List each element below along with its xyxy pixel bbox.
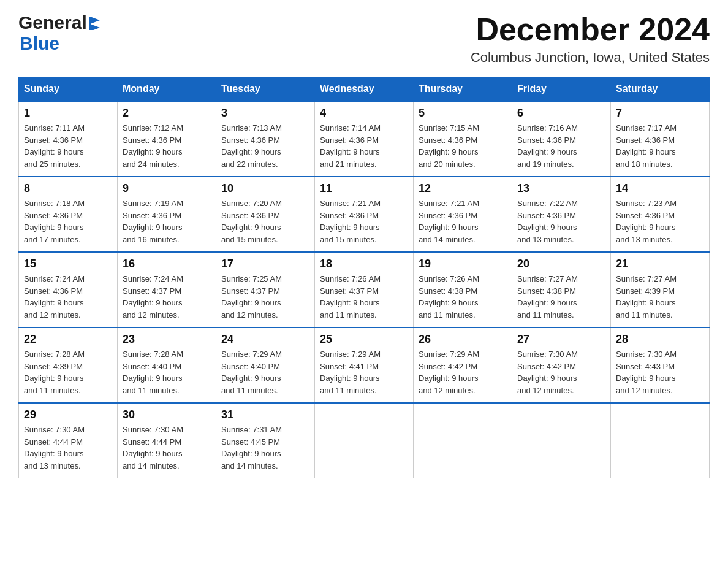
svg-rect-2 <box>89 17 91 30</box>
day-cell <box>512 403 611 478</box>
day-number: 22 <box>24 333 112 346</box>
weekday-header-monday: Monday <box>118 77 216 102</box>
weekday-header-wednesday: Wednesday <box>315 77 414 102</box>
day-info: Sunrise: 7:29 AMSunset: 4:42 PMDaylight:… <box>419 350 479 395</box>
day-info: Sunrise: 7:29 AMSunset: 4:40 PMDaylight:… <box>221 350 282 395</box>
day-cell: 17 Sunrise: 7:25 AMSunset: 4:37 PMDaylig… <box>216 252 315 327</box>
day-number: 25 <box>320 333 408 346</box>
day-info: Sunrise: 7:15 AMSunset: 4:36 PMDaylight:… <box>419 123 479 169</box>
day-cell: 18 Sunrise: 7:26 AMSunset: 4:37 PMDaylig… <box>315 252 414 327</box>
day-info: Sunrise: 7:24 AMSunset: 4:37 PMDaylight:… <box>123 274 183 320</box>
day-cell <box>611 403 710 478</box>
day-info: Sunrise: 7:28 AMSunset: 4:39 PMDaylight:… <box>24 350 85 395</box>
day-cell: 11 Sunrise: 7:21 AMSunset: 4:36 PMDaylig… <box>315 177 414 252</box>
day-cell: 21 Sunrise: 7:27 AMSunset: 4:39 PMDaylig… <box>611 252 710 327</box>
day-info: Sunrise: 7:18 AMSunset: 4:36 PMDaylight:… <box>24 199 85 244</box>
day-cell: 31 Sunrise: 7:31 AMSunset: 4:45 PMDaylig… <box>216 403 315 478</box>
day-number: 28 <box>616 333 704 346</box>
day-number: 2 <box>123 107 211 120</box>
day-cell: 8 Sunrise: 7:18 AMSunset: 4:36 PMDayligh… <box>19 177 118 252</box>
day-cell: 19 Sunrise: 7:26 AMSunset: 4:38 PMDaylig… <box>414 252 512 327</box>
day-cell: 25 Sunrise: 7:29 AMSunset: 4:41 PMDaylig… <box>315 327 414 403</box>
day-cell: 26 Sunrise: 7:29 AMSunset: 4:42 PMDaylig… <box>414 327 512 403</box>
day-cell: 16 Sunrise: 7:24 AMSunset: 4:37 PMDaylig… <box>118 252 216 327</box>
day-number: 26 <box>419 333 507 346</box>
day-info: Sunrise: 7:11 AMSunset: 4:36 PMDaylight:… <box>24 123 85 169</box>
day-number: 19 <box>419 258 507 270</box>
weekday-header-thursday: Thursday <box>414 77 512 102</box>
svg-marker-1 <box>90 24 100 30</box>
day-info: Sunrise: 7:27 AMSunset: 4:39 PMDaylight:… <box>616 274 677 320</box>
weekday-header-saturday: Saturday <box>611 77 710 102</box>
logo-general-text: General <box>18 12 87 33</box>
day-cell: 9 Sunrise: 7:19 AMSunset: 4:36 PMDayligh… <box>118 177 216 252</box>
week-row-4: 22 Sunrise: 7:28 AMSunset: 4:39 PMDaylig… <box>19 327 710 403</box>
day-info: Sunrise: 7:26 AMSunset: 4:38 PMDaylight:… <box>419 274 479 320</box>
weekday-header-sunday: Sunday <box>19 77 118 102</box>
day-info: Sunrise: 7:25 AMSunset: 4:37 PMDaylight:… <box>221 274 282 320</box>
logo-flag-icon <box>89 17 100 30</box>
day-cell: 10 Sunrise: 7:20 AMSunset: 4:36 PMDaylig… <box>216 177 315 252</box>
day-info: Sunrise: 7:29 AMSunset: 4:41 PMDaylight:… <box>320 350 381 395</box>
day-number: 21 <box>616 258 704 270</box>
day-number: 5 <box>419 107 507 120</box>
day-cell: 15 Sunrise: 7:24 AMSunset: 4:36 PMDaylig… <box>19 252 118 327</box>
weekday-header-row: SundayMondayTuesdayWednesdayThursdayFrid… <box>19 77 710 102</box>
weekday-header-friday: Friday <box>512 77 611 102</box>
day-cell: 30 Sunrise: 7:30 AMSunset: 4:44 PMDaylig… <box>118 403 216 478</box>
day-number: 18 <box>320 258 408 270</box>
day-number: 6 <box>517 107 605 120</box>
day-cell: 13 Sunrise: 7:22 AMSunset: 4:36 PMDaylig… <box>512 177 611 252</box>
day-cell: 14 Sunrise: 7:23 AMSunset: 4:36 PMDaylig… <box>611 177 710 252</box>
day-cell <box>315 403 414 478</box>
day-info: Sunrise: 7:26 AMSunset: 4:37 PMDaylight:… <box>320 274 381 320</box>
day-number: 14 <box>616 182 704 195</box>
logo: General Blue <box>18 12 100 54</box>
calendar-table: SundayMondayTuesdayWednesdayThursdayFrid… <box>18 77 710 478</box>
day-cell: 22 Sunrise: 7:28 AMSunset: 4:39 PMDaylig… <box>19 327 118 403</box>
day-info: Sunrise: 7:31 AMSunset: 4:45 PMDaylight:… <box>221 425 282 470</box>
day-number: 13 <box>517 182 605 195</box>
day-info: Sunrise: 7:12 AMSunset: 4:36 PMDaylight:… <box>123 123 183 169</box>
day-info: Sunrise: 7:30 AMSunset: 4:44 PMDaylight:… <box>123 425 183 470</box>
day-info: Sunrise: 7:17 AMSunset: 4:36 PMDaylight:… <box>616 123 677 169</box>
day-cell <box>414 403 512 478</box>
day-number: 4 <box>320 107 408 120</box>
day-info: Sunrise: 7:20 AMSunset: 4:36 PMDaylight:… <box>221 199 282 244</box>
day-info: Sunrise: 7:22 AMSunset: 4:36 PMDaylight:… <box>517 199 578 244</box>
day-number: 11 <box>320 182 408 195</box>
day-number: 1 <box>24 107 112 120</box>
day-cell: 23 Sunrise: 7:28 AMSunset: 4:40 PMDaylig… <box>118 327 216 403</box>
day-number: 20 <box>517 258 605 270</box>
day-info: Sunrise: 7:21 AMSunset: 4:36 PMDaylight:… <box>320 199 381 244</box>
day-cell: 2 Sunrise: 7:12 AMSunset: 4:36 PMDayligh… <box>118 101 216 177</box>
day-info: Sunrise: 7:24 AMSunset: 4:36 PMDaylight:… <box>24 274 85 320</box>
day-info: Sunrise: 7:19 AMSunset: 4:36 PMDaylight:… <box>123 199 183 244</box>
day-info: Sunrise: 7:13 AMSunset: 4:36 PMDaylight:… <box>221 123 282 169</box>
day-number: 12 <box>419 182 507 195</box>
day-number: 17 <box>221 258 309 270</box>
day-info: Sunrise: 7:30 AMSunset: 4:43 PMDaylight:… <box>616 350 677 395</box>
week-row-3: 15 Sunrise: 7:24 AMSunset: 4:36 PMDaylig… <box>19 252 710 327</box>
day-cell: 12 Sunrise: 7:21 AMSunset: 4:36 PMDaylig… <box>414 177 512 252</box>
day-number: 24 <box>221 333 309 346</box>
day-number: 16 <box>123 258 211 270</box>
weekday-header-tuesday: Tuesday <box>216 77 315 102</box>
day-number: 27 <box>517 333 605 346</box>
day-cell: 7 Sunrise: 7:17 AMSunset: 4:36 PMDayligh… <box>611 101 710 177</box>
week-row-2: 8 Sunrise: 7:18 AMSunset: 4:36 PMDayligh… <box>19 177 710 252</box>
day-info: Sunrise: 7:27 AMSunset: 4:38 PMDaylight:… <box>517 274 578 320</box>
day-number: 23 <box>123 333 211 346</box>
day-number: 8 <box>24 182 112 195</box>
day-number: 9 <box>123 182 211 195</box>
day-info: Sunrise: 7:14 AMSunset: 4:36 PMDaylight:… <box>320 123 381 169</box>
day-cell: 3 Sunrise: 7:13 AMSunset: 4:36 PMDayligh… <box>216 101 315 177</box>
day-number: 7 <box>616 107 704 120</box>
day-cell: 4 Sunrise: 7:14 AMSunset: 4:36 PMDayligh… <box>315 101 414 177</box>
day-cell: 29 Sunrise: 7:30 AMSunset: 4:44 PMDaylig… <box>19 403 118 478</box>
week-row-5: 29 Sunrise: 7:30 AMSunset: 4:44 PMDaylig… <box>19 403 710 478</box>
week-row-1: 1 Sunrise: 7:11 AMSunset: 4:36 PMDayligh… <box>19 101 710 177</box>
day-number: 3 <box>221 107 309 120</box>
day-cell: 28 Sunrise: 7:30 AMSunset: 4:43 PMDaylig… <box>611 327 710 403</box>
day-cell: 24 Sunrise: 7:29 AMSunset: 4:40 PMDaylig… <box>216 327 315 403</box>
